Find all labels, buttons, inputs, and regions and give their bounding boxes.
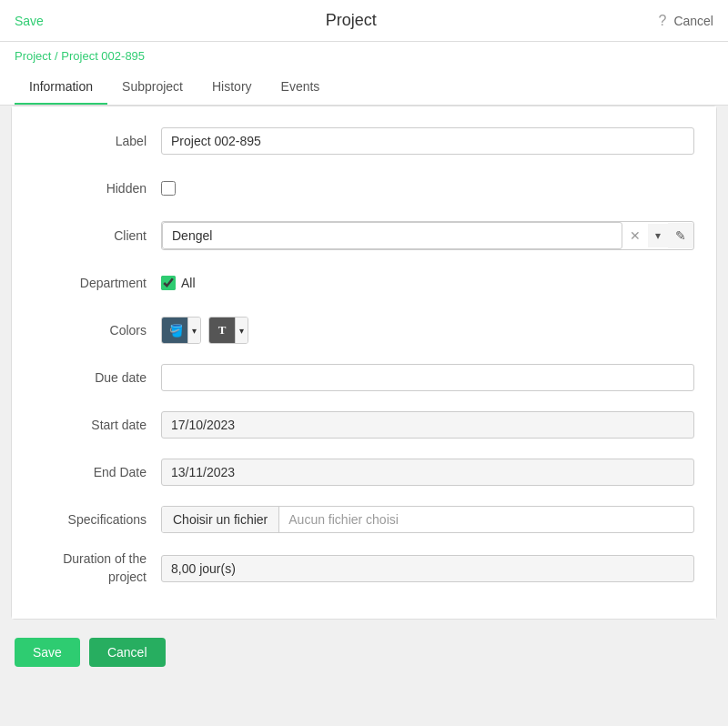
specifications-field-label: Specifications <box>34 512 161 527</box>
file-name-display: Aucun fichier choisi <box>279 507 408 532</box>
header-cancel-button[interactable]: Cancel <box>673 14 713 28</box>
client-row: Client ✕ ▾ ✎ <box>34 219 694 252</box>
footer-save-button[interactable]: Save <box>15 638 80 667</box>
page-title: Project <box>326 11 377 30</box>
header-actions: ? Cancel <box>658 13 713 29</box>
department-field-label: Department <box>34 276 161 290</box>
client-edit-button[interactable]: ✎ <box>668 223 693 248</box>
end-date-input[interactable] <box>161 459 694 486</box>
text-color-arrow: ▾ <box>235 318 248 343</box>
client-field-label: Client <box>34 228 161 243</box>
duration-input[interactable] <box>161 555 694 582</box>
bg-color-arrow: ▾ <box>187 318 200 343</box>
department-checkbox[interactable] <box>161 276 176 290</box>
text-color-picker[interactable]: T ▾ <box>208 317 248 344</box>
duration-row: Duration of theproject <box>34 550 694 586</box>
form-card: Label Hidden Client ✕ ▾ ✎ <box>11 106 717 620</box>
label-row: Label <box>34 125 694 157</box>
hidden-field-label: Hidden <box>34 181 161 196</box>
due-date-row: Due date <box>34 361 694 394</box>
tab-history[interactable]: History <box>197 70 267 105</box>
due-date-field-control <box>161 364 694 391</box>
app-header: Save Project ? Cancel <box>0 0 728 42</box>
start-date-field-control <box>161 411 694 439</box>
paint-bucket-icon: 🪣 <box>167 323 182 338</box>
header-save-button[interactable]: Save <box>15 14 44 28</box>
colors-field-label: Colors <box>34 323 161 338</box>
department-all-label: All <box>181 276 196 290</box>
specifications-row: Specifications Choisir un fichier Aucun … <box>34 503 694 536</box>
file-input-wrapper: Choisir un fichier Aucun fichier choisi <box>161 506 694 533</box>
start-date-field-label: Start date <box>34 418 161 432</box>
breadcrumb: Project / Project 002-895 <box>0 42 728 70</box>
client-input[interactable] <box>162 222 622 249</box>
client-dropdown-button[interactable]: ▾ <box>648 224 668 247</box>
duration-field-label: Duration of theproject <box>34 550 161 586</box>
label-field-control <box>161 127 694 155</box>
bg-color-picker[interactable]: 🪣 ▾ <box>161 317 201 344</box>
hidden-checkbox[interactable] <box>161 181 176 196</box>
form-content: Label Hidden Client ✕ ▾ ✎ <box>12 106 716 619</box>
help-icon[interactable]: ? <box>658 13 666 29</box>
end-date-field-label: End Date <box>34 465 161 479</box>
department-field-control: All <box>161 276 694 290</box>
text-color-swatch: T <box>209 318 235 343</box>
text-color-icon: T <box>218 323 227 338</box>
client-field-control: ✕ ▾ ✎ <box>161 221 694 250</box>
due-date-input[interactable] <box>161 364 694 391</box>
end-date-field-control <box>161 459 694 486</box>
hidden-field-control <box>161 181 694 196</box>
specifications-field-control: Choisir un fichier Aucun fichier choisi <box>161 506 694 533</box>
duration-field-control <box>161 555 694 582</box>
colors-field-control: 🪣 ▾ T ▾ <box>161 317 694 344</box>
tab-bar: Information Subproject History Events <box>0 70 728 106</box>
footer-cancel-button[interactable]: Cancel <box>89 638 166 667</box>
tab-events[interactable]: Events <box>267 70 335 105</box>
label-input[interactable] <box>161 127 694 155</box>
department-row: Department All <box>34 267 694 299</box>
hidden-row: Hidden <box>34 172 694 205</box>
colors-row: Colors 🪣 ▾ T ▾ <box>34 314 694 347</box>
due-date-field-label: Due date <box>34 370 161 385</box>
svg-text:🪣: 🪣 <box>169 323 182 338</box>
start-date-row: Start date <box>34 408 694 441</box>
tab-subproject[interactable]: Subproject <box>107 70 197 105</box>
client-clear-button[interactable]: ✕ <box>622 223 648 248</box>
client-select-wrapper: ✕ ▾ ✎ <box>161 221 694 250</box>
end-date-row: End Date <box>34 456 694 489</box>
file-choose-button[interactable]: Choisir un fichier <box>162 507 279 532</box>
footer: Save Cancel <box>0 620 728 685</box>
label-field-label: Label <box>34 134 161 148</box>
bg-color-swatch: 🪣 <box>162 318 187 343</box>
start-date-input[interactable] <box>161 411 694 439</box>
tab-information[interactable]: Information <box>15 70 107 105</box>
